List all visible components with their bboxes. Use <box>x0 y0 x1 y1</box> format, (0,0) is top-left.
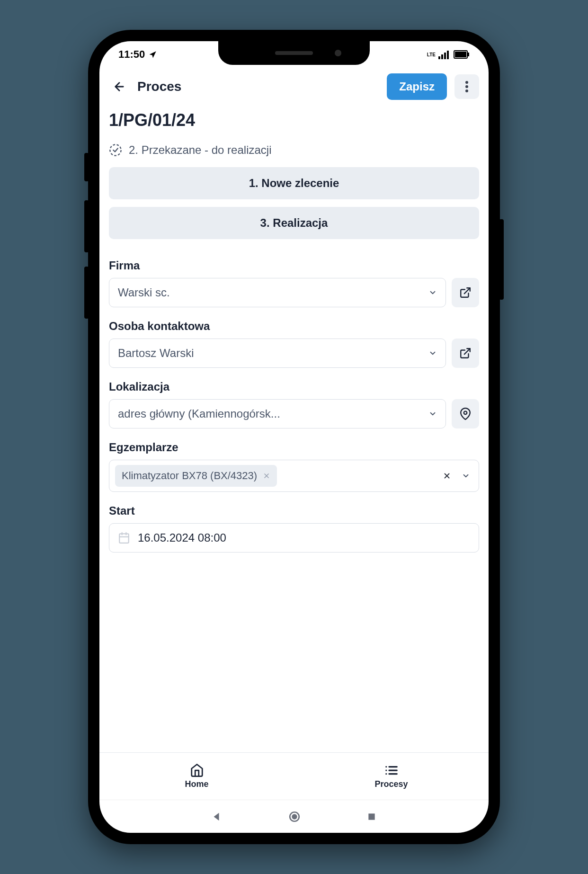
start-date-input[interactable]: 16.05.2024 08:00 <box>109 523 479 553</box>
chevron-down-icon <box>459 472 473 480</box>
chevron-down-icon <box>428 349 437 357</box>
android-nav-bar <box>99 800 489 833</box>
android-home-button[interactable] <box>288 811 301 823</box>
osoba-value: Bartosz Warski <box>118 347 428 360</box>
svg-rect-3 <box>447 51 449 59</box>
calendar-icon <box>118 532 130 544</box>
check-dashed-icon <box>109 143 122 157</box>
svg-rect-14 <box>119 534 129 543</box>
svg-point-7 <box>465 81 468 84</box>
back-button[interactable] <box>109 76 130 97</box>
stage-next-button[interactable]: 3. Realizacja <box>109 207 479 239</box>
svg-rect-2 <box>444 53 446 59</box>
svg-rect-5 <box>468 53 469 56</box>
svg-point-13 <box>464 411 467 415</box>
android-back-button[interactable] <box>212 812 222 822</box>
firma-open-button[interactable] <box>452 278 479 307</box>
home-icon <box>190 763 204 777</box>
more-button[interactable] <box>454 74 479 99</box>
svg-point-8 <box>465 85 468 88</box>
nav-home[interactable]: Home <box>99 753 294 800</box>
clear-all-icon[interactable] <box>440 472 454 480</box>
network-label: LTE <box>427 52 436 57</box>
chip-label: Klimatyzator BX78 (BX/4323) <box>122 470 257 482</box>
stage-prev-button[interactable]: 1. Nowe zlecenie <box>109 167 479 199</box>
chip-remove-icon[interactable] <box>263 472 270 480</box>
status-time: 11:50 <box>118 48 145 61</box>
svg-line-11 <box>464 288 470 294</box>
svg-point-10 <box>110 144 121 155</box>
chevron-down-icon <box>428 410 437 418</box>
egzemplarze-label: Egzemplarze <box>109 441 479 454</box>
process-status: 2. Przekazane - do realizacji <box>109 143 479 157</box>
battery-icon <box>454 50 470 59</box>
svg-rect-1 <box>441 54 443 59</box>
svg-rect-26 <box>368 813 374 820</box>
svg-rect-6 <box>455 52 466 57</box>
start-value: 16.05.2024 08:00 <box>138 531 226 544</box>
signal-icon <box>438 50 451 59</box>
firma-select[interactable]: Warski sc. <box>109 278 446 307</box>
osoba-select[interactable]: Bartosz Warski <box>109 339 446 368</box>
lokalizacja-select[interactable]: adres główny (Kamiennogórsk... <box>109 399 446 428</box>
list-icon <box>384 763 399 777</box>
nav-home-label: Home <box>185 779 208 789</box>
android-recent-button[interactable] <box>367 812 376 821</box>
lokalizacja-map-button[interactable] <box>452 399 479 428</box>
header-title: Proces <box>137 79 379 94</box>
svg-line-12 <box>464 348 470 354</box>
location-icon <box>149 50 157 59</box>
save-button[interactable]: Zapisz <box>387 73 447 100</box>
app-header: Proces Zapisz <box>99 68 489 106</box>
status-text: 2. Przekazane - do realizacji <box>129 143 271 157</box>
svg-rect-0 <box>438 56 440 59</box>
egzemplarze-chip: Klimatyzator BX78 (BX/4323) <box>115 465 277 487</box>
start-label: Start <box>109 504 479 517</box>
svg-point-25 <box>293 814 297 819</box>
firma-value: Warski sc. <box>118 286 428 299</box>
lokalizacja-label: Lokalizacja <box>109 380 479 393</box>
page-title: 1/PG/01/24 <box>109 110 479 130</box>
osoba-open-button[interactable] <box>452 339 479 368</box>
bottom-nav: Home Procesy <box>99 752 489 800</box>
egzemplarze-select[interactable]: Klimatyzator BX78 (BX/4323) <box>109 460 479 492</box>
nav-procesy-label: Procesy <box>374 779 408 789</box>
nav-procesy[interactable]: Procesy <box>294 753 489 800</box>
lokalizacja-value: adres główny (Kamiennogórsk... <box>118 407 428 420</box>
chevron-down-icon <box>428 288 437 297</box>
svg-point-9 <box>465 89 468 92</box>
firma-label: Firma <box>109 259 479 272</box>
osoba-label: Osoba kontaktowa <box>109 320 479 333</box>
